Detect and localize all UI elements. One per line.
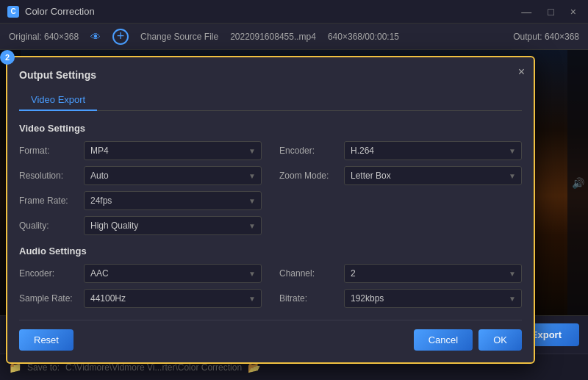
info-bar: Original: 640×368 👁 + Change Source File… (0, 24, 588, 50)
zoom-mode-row: Zoom Mode: Letter Box ▼ (279, 166, 522, 185)
zoom-mode-select[interactable]: Letter Box (344, 166, 522, 185)
channel-label: Channel: (279, 268, 338, 279)
video-settings-grid: Format: MP4 ▼ Encoder: H.264 ▼ (19, 141, 522, 235)
preview-eye-icon[interactable]: 👁 (90, 31, 101, 43)
format-select[interactable]: MP4 (84, 141, 262, 160)
add-source-button[interactable]: + (112, 29, 129, 45)
window-controls: — □ × (517, 4, 581, 19)
video-settings-title: Video Settings (19, 123, 522, 134)
modal-overlay: 2 Output Settings × Video Export Video S… (0, 50, 588, 315)
quality-label: Quality: (19, 221, 78, 231)
frame-rate-select[interactable]: 24fps (84, 191, 262, 210)
zoom-mode-label: Zoom Mode: (279, 171, 338, 181)
app-icon: C (7, 6, 19, 18)
frame-rate-placeholder (279, 191, 522, 210)
tab-video-export[interactable]: Video Export (19, 90, 97, 111)
dialog-badge: 2 (0, 50, 15, 65)
audio-encoder-row: Encoder: AAC ▼ (19, 264, 262, 283)
bitrate-select-wrapper: 192kbps ▼ (344, 289, 522, 308)
dialog-footer: Reset Cancel OK (19, 320, 522, 351)
title-bar: C Color Correction — □ × (0, 0, 588, 24)
format-label: Format: (19, 146, 78, 156)
encoder-select-wrapper: H.264 ▼ (344, 141, 522, 160)
original-label: Original: 640×368 (9, 32, 79, 42)
format-row: Format: MP4 ▼ (19, 141, 262, 160)
close-button[interactable]: × (566, 4, 581, 19)
app-title: Color Correction (25, 6, 95, 17)
audio-encoder-label: Encoder: (19, 268, 78, 279)
change-source-label[interactable]: Change Source File (140, 32, 218, 42)
encoder-label: Encoder: (279, 146, 338, 156)
quality-select[interactable]: High Quality (84, 216, 262, 235)
bitrate-label: Bitrate: (279, 293, 338, 304)
filename-label: 2022091608455..mp4 (230, 32, 316, 42)
dialog-tabs: Video Export (19, 90, 522, 111)
bitrate-row: Bitrate: 192kbps ▼ (279, 289, 522, 308)
resolution-select[interactable]: Auto (84, 166, 262, 185)
main-content-area: ▶ 🔊 Contr... Brigh... 2 Output Settings … (0, 50, 588, 315)
dialog-title: Output Settings (19, 69, 522, 81)
encoder-select[interactable]: H.264 (344, 141, 522, 160)
quality-placeholder (279, 216, 522, 235)
duration-label: 640×368/00:00:15 (328, 32, 399, 42)
format-select-wrapper: MP4 ▼ (84, 141, 262, 160)
channel-select[interactable]: 2 (344, 264, 522, 283)
reset-button[interactable]: Reset (19, 329, 74, 351)
minimize-button[interactable]: — (517, 4, 536, 19)
resolution-row: Resolution: Auto ▼ (19, 166, 262, 185)
maximize-button[interactable]: □ (543, 4, 558, 19)
channel-row: Channel: 2 ▼ (279, 264, 522, 283)
channel-select-wrapper: 2 ▼ (344, 264, 522, 283)
frame-rate-row: Frame Rate: 24fps ▼ (19, 191, 262, 210)
resolution-select-wrapper: Auto ▼ (84, 166, 262, 185)
output-label: Output: 640×368 (513, 32, 579, 42)
quality-row: Quality: High Quality ▼ (19, 216, 262, 235)
audio-settings-grid: Encoder: AAC ▼ Channel: 2 ▼ (19, 264, 522, 308)
encoder-row: Encoder: H.264 ▼ (279, 141, 522, 160)
sample-rate-row: Sample Rate: 44100Hz ▼ (19, 289, 262, 308)
cancel-button[interactable]: Cancel (414, 329, 473, 351)
sample-rate-label: Sample Rate: (19, 293, 78, 304)
bitrate-select[interactable]: 192kbps (344, 289, 522, 308)
dialog-close-button[interactable]: × (518, 66, 525, 78)
output-settings-dialog: 2 Output Settings × Video Export Video S… (6, 56, 535, 364)
audio-encoder-select[interactable]: AAC (84, 264, 262, 283)
audio-settings-title: Audio Settings (19, 245, 522, 257)
zoom-mode-select-wrapper: Letter Box ▼ (344, 166, 522, 185)
resolution-label: Resolution: (19, 171, 78, 181)
frame-rate-select-wrapper: 24fps ▼ (84, 191, 262, 210)
quality-select-wrapper: High Quality ▼ (84, 216, 262, 235)
audio-encoder-select-wrapper: AAC ▼ (84, 264, 262, 283)
sample-rate-select-wrapper: 44100Hz ▼ (84, 289, 262, 308)
frame-rate-label: Frame Rate: (19, 196, 78, 206)
ok-button[interactable]: OK (478, 329, 522, 351)
sample-rate-select[interactable]: 44100Hz (84, 289, 262, 308)
